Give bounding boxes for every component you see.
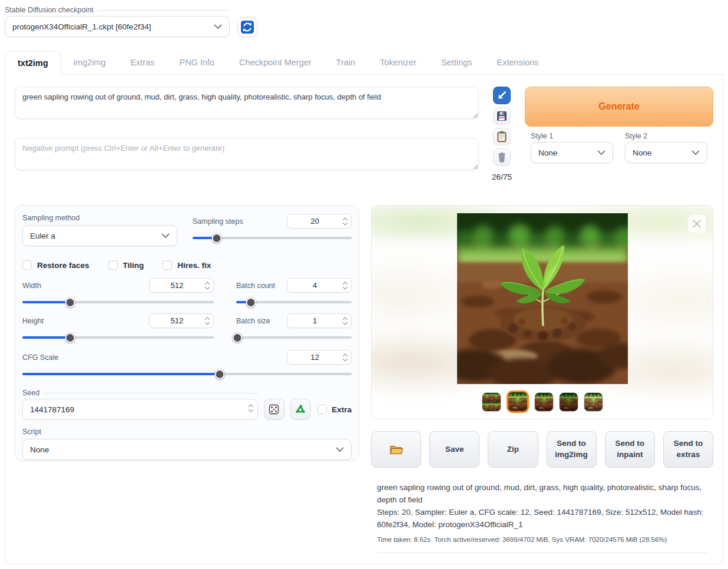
save-button[interactable]: Save (429, 431, 479, 468)
spinner-icon[interactable] (342, 217, 351, 226)
close-gallery-button[interactable] (688, 215, 706, 233)
folder-icon (389, 443, 404, 456)
width-slider[interactable] (22, 297, 214, 307)
extra-seed-checkbox[interactable] (317, 405, 327, 414)
toggles-row: Restore faces Tiling Hires. fix (22, 260, 352, 270)
tab-train[interactable]: Train (324, 51, 368, 74)
spinner-icon[interactable] (204, 316, 213, 326)
chevron-down-icon (597, 150, 605, 156)
batch-count-input[interactable] (287, 281, 342, 290)
tab-txt2img[interactable]: txt2img (5, 51, 61, 75)
reuse-seed-button[interactable] (290, 399, 311, 420)
cfg-label: CFG Scale (22, 353, 58, 362)
seed-input-box (22, 399, 258, 420)
info-performance-text: Time taken: 8.62s Torch active/reserved:… (377, 535, 707, 553)
random-seed-button[interactable] (264, 399, 284, 420)
batch-size-slider[interactable] (236, 332, 352, 343)
spinner-icon[interactable] (204, 281, 213, 290)
style1-dropdown[interactable]: None (531, 142, 613, 163)
spinner-icon[interactable] (342, 281, 351, 290)
restore-faces-label: Restore faces (37, 261, 90, 270)
hires-fix-label: Hires. fix (177, 261, 211, 270)
app-root: Stable Diffusion checkpoint protogenX34O… (0, 0, 728, 569)
tab-extensions[interactable]: Extensions (485, 51, 551, 74)
send-to-img2img-button[interactable]: Send to img2img (547, 431, 597, 468)
checkpoint-value: protogenX34OfficialR_1.ckpt [60fe2f34] (12, 22, 151, 31)
send-to-extras-button[interactable]: Send to extras (663, 431, 713, 468)
seed-field: Seed (22, 389, 352, 420)
spinner-icon[interactable] (248, 403, 254, 415)
prompt-input[interactable]: green sapling rowing out of ground, mud,… (15, 87, 479, 119)
prompt-column: green sapling rowing out of ground, mud,… (15, 87, 479, 181)
spinner-icon[interactable] (342, 353, 351, 362)
extra-seed-option: Extra (317, 405, 352, 414)
result-gallery (371, 205, 713, 419)
tab-checkpoint-merger[interactable]: Checkpoint Merger (227, 51, 324, 74)
checkpoint-field: Stable Diffusion checkpoint protogenX34O… (5, 6, 230, 37)
style1-label-row: Style 1 (531, 132, 613, 140)
restore-faces-option: Restore faces (22, 260, 90, 270)
thumbnail[interactable] (534, 392, 554, 412)
seed-input[interactable] (30, 405, 248, 414)
save-style-button[interactable] (493, 107, 511, 125)
prompt-section: green sapling rowing out of ground, mud,… (15, 87, 713, 181)
styles-row: Style 1 None Style 2 None (525, 132, 713, 163)
width-input-box (149, 278, 214, 293)
batch-count-label: Batch count (236, 282, 275, 290)
recycle-icon (294, 403, 307, 416)
thumbnail-grid[interactable] (482, 392, 501, 412)
thumbnail[interactable] (559, 392, 578, 412)
width-input[interactable] (150, 281, 204, 290)
output-actions-row: Save Zip Send to img2img Send to inpaint… (371, 431, 713, 468)
refresh-checkpoints-button[interactable] (237, 17, 257, 37)
tab-img2img[interactable]: img2img (61, 51, 118, 74)
generate-column: Generate Style 1 None Style 2 (525, 87, 713, 181)
tab-tokenizer[interactable]: Tokenizer (368, 51, 429, 74)
sampling-steps-slider[interactable] (193, 233, 352, 243)
height-slider[interactable] (22, 332, 214, 343)
cfg-slider[interactable] (22, 369, 352, 379)
width-label: Width (22, 282, 41, 290)
read-generation-params-button[interactable] (493, 87, 511, 104)
style2-label-row: Style 2 (625, 132, 707, 140)
generation-settings-panel: Sampling method Euler a Sampling steps (15, 205, 359, 461)
script-dropdown[interactable]: None (22, 439, 352, 460)
negative-prompt-input[interactable] (15, 138, 479, 170)
txt2img-panel: green sapling rowing out of ground, mud,… (5, 75, 723, 564)
height-input[interactable] (150, 316, 204, 325)
batch-size-input[interactable] (287, 316, 342, 325)
style2-label: Style 2 (625, 132, 647, 140)
spinner-icon[interactable] (342, 316, 351, 326)
generated-image[interactable] (457, 213, 628, 384)
tab-settings[interactable]: Settings (429, 51, 484, 74)
style2-dropdown[interactable]: None (625, 142, 707, 163)
style1-value: None (538, 148, 557, 157)
restore-faces-checkbox[interactable] (22, 260, 32, 270)
tiling-checkbox[interactable] (108, 260, 118, 270)
thumbnail[interactable] (584, 392, 603, 412)
hires-fix-checkbox[interactable] (163, 260, 172, 270)
cfg-input-box (287, 350, 352, 365)
tab-png-info[interactable]: PNG Info (167, 51, 227, 74)
zip-button[interactable]: Zip (488, 431, 538, 468)
batch-count-slider[interactable] (236, 297, 352, 307)
checkpoint-dropdown[interactable]: protogenX34OfficialR_1.ckpt [60fe2f34] (5, 16, 230, 37)
generate-button[interactable]: Generate (525, 87, 713, 127)
script-value: None (30, 445, 49, 454)
checkpoint-label: Stable Diffusion checkpoint (5, 6, 94, 14)
clear-prompt-button[interactable] (493, 148, 511, 166)
sampling-method-value: Euler a (30, 231, 55, 240)
quicksettings-bar: Stable Diffusion checkpoint protogenX34O… (5, 6, 723, 37)
cfg-input[interactable] (287, 353, 342, 362)
floppy-icon (495, 110, 508, 123)
main-section: Sampling method Euler a Sampling steps (15, 205, 713, 553)
send-to-inpaint-button[interactable]: Send to inpaint (605, 431, 655, 468)
thumbnail-selected[interactable] (507, 391, 529, 413)
open-folder-button[interactable] (371, 431, 421, 468)
batch-size-input-box (287, 313, 352, 328)
sampling-steps-label: Sampling steps (193, 217, 243, 226)
tab-extras[interactable]: Extras (118, 51, 167, 74)
sampling-steps-input[interactable] (287, 217, 342, 226)
apply-style-button[interactable] (493, 128, 511, 145)
sampling-method-dropdown[interactable]: Euler a (22, 225, 177, 246)
